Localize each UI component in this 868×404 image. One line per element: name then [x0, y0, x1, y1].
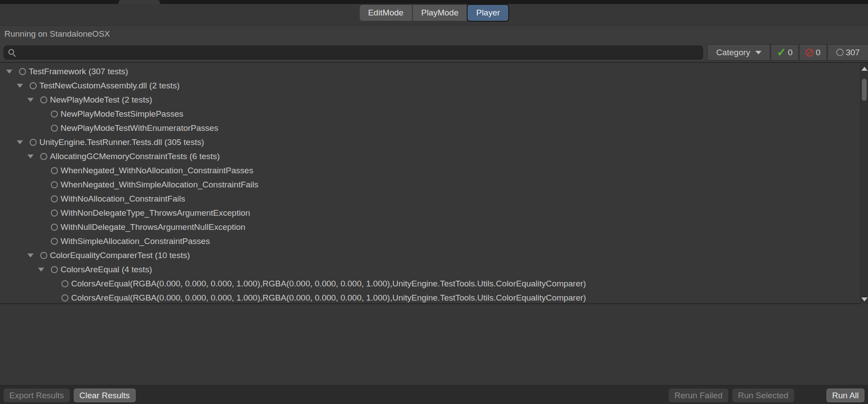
scrollbar-thumb[interactable] — [862, 79, 867, 101]
test-status-icon — [30, 82, 37, 89]
test-tree: TestFramework (307 tests)TestNewCustomAs… — [0, 63, 868, 304]
tree-scrollbar[interactable] — [860, 63, 868, 304]
filter-toolbar: Category 0 0 307 — [0, 42, 868, 63]
run-selected-button[interactable]: Run Selected — [732, 389, 794, 402]
tree-row-label: WhenNegated_WithSimpleAllocation_Constra… — [61, 180, 259, 190]
test-status-icon — [40, 153, 47, 160]
tab-player[interactable]: Player — [468, 5, 508, 21]
dropdown-caret-icon — [755, 51, 761, 54]
test-status-icon — [40, 96, 47, 103]
passed-filter-button[interactable]: 0 — [771, 44, 799, 61]
tree-row-label: AllocatingGCMemoryConstraintTests (6 tes… — [50, 152, 220, 161]
search-input[interactable] — [19, 46, 703, 59]
tree-row[interactable]: NewPlayModeTest (2 tests) — [0, 93, 868, 107]
window-tab-top — [118, 0, 160, 4]
tree-row-label: TestFramework (307 tests) — [29, 67, 128, 76]
footer-right-buttons: Rerun FailedRun SelectedRun All — [669, 389, 864, 402]
search-field[interactable] — [4, 46, 703, 60]
test-status-icon — [51, 111, 58, 118]
category-label: Category — [716, 48, 750, 57]
tab-playmode[interactable]: PlayMode — [413, 5, 467, 21]
tree-row-label: ColorsAreEqual(RGBA(0.000, 0.000, 0.000,… — [71, 293, 586, 303]
window-top-strip — [0, 0, 868, 4]
tree-row[interactable]: WithSimpleAllocation_ConstraintPasses — [0, 234, 868, 248]
mode-tabs: EditModePlayModePlayer — [360, 5, 509, 21]
foldout-arrow-icon[interactable] — [27, 155, 34, 159]
test-status-icon — [51, 224, 58, 231]
not-run-circle-icon — [836, 49, 844, 56]
failed-count: 0 — [816, 48, 821, 57]
tree-row[interactable]: NewPlayModeTestSimplePasses — [0, 107, 868, 121]
tree-row[interactable]: NewPlayModeTestWithEnumeratorPasses — [0, 121, 868, 135]
tree-row-label: WithNonDelegateType_ThrowsArgumentExcept… — [61, 208, 250, 218]
scroll-up-arrow-icon[interactable] — [861, 67, 868, 71]
test-status-icon — [61, 294, 69, 301]
running-platform-label: Running on StandaloneOSX — [4, 29, 110, 39]
tree-row[interactable]: WhenNegated_WithSimpleAllocation_Constra… — [0, 178, 868, 192]
footer-left-buttons: Export ResultsClear Results — [4, 389, 136, 402]
tree-row[interactable]: ColorEqualityComparerTest (10 tests) — [0, 248, 868, 263]
tree-row[interactable]: WhenNegated_WithNoAllocation_ConstraintP… — [0, 164, 868, 178]
total-filter-button[interactable]: 307 — [827, 44, 868, 61]
category-dropdown[interactable]: Category — [707, 44, 770, 61]
footer-bar: Export ResultsClear Results Rerun Failed… — [0, 385, 868, 404]
tree-row-label: TestNewCustomAssembly.dll (2 tests) — [39, 81, 179, 91]
test-runner-window: EditModePlayModePlayer Running on Standa… — [0, 0, 868, 404]
foldout-arrow-icon[interactable] — [17, 141, 23, 145]
tree-row-label: WhenNegated_WithNoAllocation_ConstraintP… — [61, 166, 253, 175]
tree-row-label: WithNoAllocation_ConstraintFails — [61, 194, 185, 204]
status-bar: Running on StandaloneOSX — [0, 25, 868, 42]
test-status-icon — [51, 238, 58, 245]
tree-row-label: ColorsAreEqual(RGBA(0.000, 0.000, 0.000,… — [71, 279, 586, 289]
tree-row[interactable]: WithNonDelegateType_ThrowsArgumentExcept… — [0, 206, 868, 220]
tree-row-label: NewPlayModeTestWithEnumeratorPasses — [61, 123, 218, 133]
export-results-button[interactable]: Export Results — [4, 389, 70, 402]
passed-check-icon — [777, 47, 786, 58]
tree-row-label: NewPlayModeTest (2 tests) — [50, 95, 152, 105]
tab-editmode[interactable]: EditMode — [360, 5, 412, 21]
tree-row-label: WithSimpleAllocation_ConstraintPasses — [61, 236, 210, 246]
tree-row[interactable]: ColorsAreEqual (4 tests) — [0, 263, 868, 277]
failed-filter-button[interactable]: 0 — [799, 44, 827, 61]
tree-row-label: UnityEngine.TestRunner.Tests.dll (305 te… — [39, 137, 204, 147]
foldout-arrow-icon[interactable] — [27, 98, 34, 102]
tree-row[interactable]: ColorsAreEqual(RGBA(0.000, 0.000, 0.000,… — [0, 277, 868, 291]
scroll-down-arrow-icon[interactable] — [861, 297, 868, 301]
tree-row-label: ColorsAreEqual (4 tests) — [61, 265, 152, 274]
tree-row[interactable]: WithNoAllocation_ConstraintFails — [0, 192, 868, 206]
foldout-arrow-icon[interactable] — [38, 268, 44, 272]
rerun-failed-button[interactable]: Rerun Failed — [669, 389, 728, 402]
test-status-icon — [30, 139, 37, 146]
tree-row-label: WithNullDelegate_ThrowsArgumentNullExcep… — [61, 222, 245, 232]
foldout-arrow-icon[interactable] — [17, 84, 23, 88]
tree-row[interactable]: UnityEngine.TestRunner.Tests.dll (305 te… — [0, 135, 868, 149]
test-status-icon — [19, 68, 26, 75]
test-status-icon — [51, 181, 58, 188]
tree-row[interactable]: WithNullDelegate_ThrowsArgumentNullExcep… — [0, 220, 868, 234]
tree-row[interactable]: TestNewCustomAssembly.dll (2 tests) — [0, 79, 868, 93]
clear-results-button[interactable]: Clear Results — [74, 389, 136, 402]
test-status-icon — [51, 125, 58, 132]
tree-row-label: NewPlayModeTestSimplePasses — [61, 109, 183, 119]
test-status-icon — [51, 195, 58, 202]
foldout-arrow-icon[interactable] — [27, 254, 34, 258]
tree-row[interactable]: ColorsAreEqual(RGBA(0.000, 0.000, 0.000,… — [0, 291, 868, 304]
failed-circle-slash-icon — [806, 49, 814, 57]
tree-row[interactable]: TestFramework (307 tests) — [0, 65, 868, 79]
mode-tab-bar: EditModePlayModePlayer — [0, 4, 868, 25]
test-status-icon — [61, 280, 69, 287]
foldout-arrow-icon[interactable] — [6, 70, 12, 74]
tree-row[interactable]: AllocatingGCMemoryConstraintTests (6 tes… — [0, 149, 868, 164]
test-status-icon — [51, 210, 58, 217]
test-status-icon — [51, 266, 58, 273]
test-status-icon — [51, 167, 58, 174]
search-icon — [8, 49, 16, 57]
test-status-icon — [40, 252, 47, 259]
total-count: 307 — [846, 48, 860, 57]
passed-count: 0 — [788, 48, 793, 57]
tree-row-label: ColorEqualityComparerTest (10 tests) — [50, 251, 190, 260]
run-all-button[interactable]: Run All — [826, 389, 864, 402]
